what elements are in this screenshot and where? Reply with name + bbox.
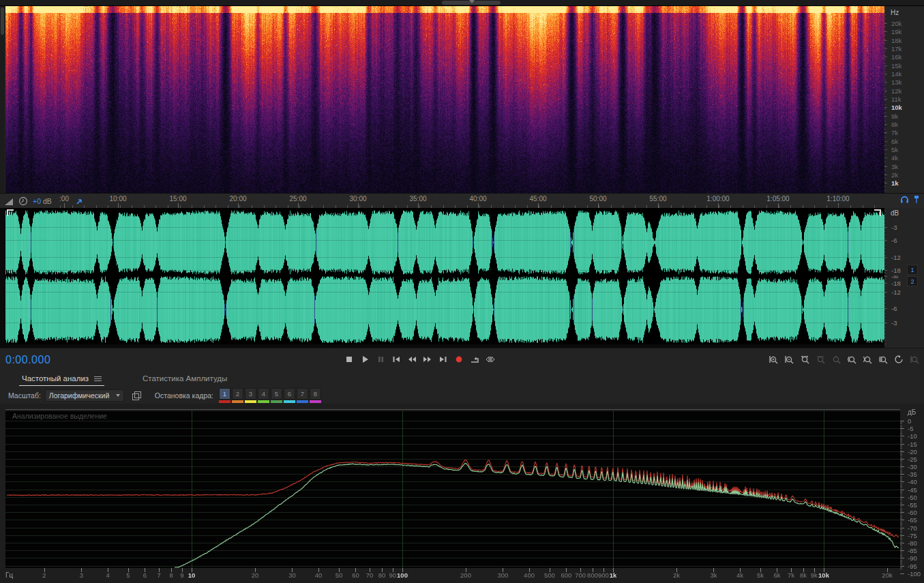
channel-badge-1[interactable]: 1 — [907, 265, 918, 275]
rewind-button[interactable] — [406, 353, 417, 366]
gain-readout[interactable]: +0 dB — [33, 197, 52, 205]
loop-playback-button[interactable] — [468, 353, 480, 366]
skip-to-start-icon — [391, 355, 401, 363]
y-tick-label: -20 — [908, 447, 917, 455]
minor-tick — [884, 43, 886, 44]
x-tick-label: 8 — [169, 571, 173, 579]
skip-to-start-button[interactable] — [390, 353, 402, 366]
minor-tick — [884, 68, 886, 68]
y-tick-label: -100 — [908, 569, 921, 577]
timeline-ruler[interactable]: +0 dB :0010:0015:0020:0025:0030:0035:004… — [0, 193, 924, 209]
skip-to-end-button[interactable] — [437, 353, 449, 366]
major-tick — [478, 203, 479, 208]
minor-tick — [884, 211, 886, 211]
reset-zoom-button[interactable] — [894, 353, 905, 366]
record-button[interactable] — [453, 353, 464, 366]
selection-end-handle[interactable] — [874, 209, 881, 216]
x-tick-label: 2 — [42, 571, 46, 579]
spectrogram-vertical-scrollbar[interactable] — [0, 6, 5, 193]
y-tick-label: -10 — [908, 432, 917, 440]
spectrogram-display[interactable] — [5, 6, 884, 193]
y-tick-label: -65 — [908, 516, 917, 524]
pin-icon[interactable] — [913, 195, 920, 204]
tab-amplitude-statistics[interactable]: Статистика Амплитуды — [140, 372, 230, 385]
major-tick — [358, 203, 359, 208]
hold-button-3[interactable]: 3 — [245, 388, 256, 403]
zoom-in-at-out-point-button[interactable] — [863, 353, 874, 366]
hold-button-4[interactable]: 4 — [258, 388, 269, 403]
clock-icon[interactable] — [18, 196, 28, 206]
waveform-display[interactable] — [5, 208, 884, 344]
stop-button[interactable] — [343, 353, 355, 366]
scale-select[interactable]: Логарифмический — [45, 389, 124, 402]
x-tick-label: 200 — [460, 571, 471, 579]
skip-selection-button[interactable] — [484, 353, 496, 366]
hold-button-8[interactable]: 8 — [310, 388, 321, 403]
zoom-to-selection-time-icon — [910, 355, 920, 364]
minor-tick — [884, 92, 886, 93]
zoom-out-full-button[interactable] — [800, 353, 811, 366]
zoom-to-selection-button[interactable] — [878, 353, 889, 366]
minor-tick — [884, 340, 886, 341]
minor-tick — [884, 333, 886, 334]
channel-badge-2[interactable]: 2 — [907, 276, 918, 286]
copy-graph-icon[interactable] — [132, 391, 141, 400]
monitor-headphones-icon[interactable] — [900, 195, 909, 204]
freq-tick-label: 1k — [891, 179, 899, 187]
frequency-ruler[interactable]: Hz 20k19k18k17k16k15k14k13k12k11k10k9k8k… — [884, 6, 924, 193]
hold-button-1[interactable]: 1 — [219, 388, 230, 403]
y-tick-label: -30 — [908, 463, 917, 470]
minor-tick — [884, 108, 886, 109]
hold-button-6[interactable]: 6 — [284, 388, 295, 403]
panel-menu-icon[interactable] — [94, 376, 102, 382]
scrollbar-handle[interactable] — [1, 8, 4, 35]
major-tick — [118, 203, 119, 208]
time-display[interactable]: 0:00.000 — [5, 354, 50, 366]
fade-envelope-icon[interactable] — [4, 197, 14, 206]
zoom-out-time-button[interactable] — [784, 353, 795, 366]
hold-button-7[interactable]: 7 — [297, 388, 308, 403]
zoom-in-amplitude-button[interactable] — [831, 353, 842, 366]
hold-buttons: 12345678 — [219, 388, 321, 403]
play-button[interactable] — [359, 353, 370, 366]
minor-tick — [884, 282, 886, 283]
zoom-out-amplitude-button[interactable] — [816, 353, 826, 366]
frequency-analysis-chart[interactable] — [5, 409, 924, 583]
zoom-to-selection-time-button[interactable] — [910, 353, 921, 366]
x-tick-label: 6 — [143, 571, 147, 579]
minor-tick — [884, 39, 886, 40]
tab-frequency-analysis[interactable]: Частотный анализ — [19, 372, 104, 386]
fast-forward-button[interactable] — [421, 353, 433, 366]
amplitude-ruler[interactable]: dB -3-6-12-18-∞-18-12-6-3 — [884, 208, 924, 348]
fast-forward-icon — [423, 355, 432, 363]
tick — [884, 82, 887, 83]
hold-button-number: 5 — [271, 388, 282, 400]
major-tick — [178, 203, 179, 208]
rewind-icon — [407, 355, 417, 363]
tick — [884, 48, 887, 49]
minor-tick — [884, 170, 886, 170]
hold-button-number: 1 — [219, 388, 230, 400]
y-tick-label: -45 — [908, 485, 917, 493]
zoom-in-time-button[interactable] — [769, 353, 779, 366]
zoom-in-amplitude-icon — [832, 355, 841, 364]
hold-button-2[interactable]: 2 — [232, 388, 243, 403]
minor-tick — [884, 313, 886, 314]
x-tick-label: 9k — [811, 571, 818, 579]
selection-start-handle[interactable] — [7, 209, 14, 216]
minor-tick — [884, 141, 886, 142]
tick — [884, 270, 887, 271]
hold-button-5[interactable]: 5 — [271, 388, 282, 403]
y-tick-label: -85 — [908, 547, 917, 554]
timeline-label: 1:10:00 — [826, 195, 849, 203]
pause-button[interactable] — [374, 353, 386, 366]
hold-button-number: 7 — [297, 388, 308, 400]
minor-tick — [884, 323, 886, 324]
minor-tick — [884, 265, 886, 266]
horizontal-scrollbar[interactable] — [0, 0, 924, 6]
marker-pin-icon[interactable] — [76, 197, 84, 205]
x-tick-label: 20k — [882, 571, 892, 579]
timeline-label: 10:00 — [109, 195, 126, 203]
timeline-label: :00 — [59, 195, 69, 203]
zoom-in-at-in-point-button[interactable] — [847, 353, 858, 366]
